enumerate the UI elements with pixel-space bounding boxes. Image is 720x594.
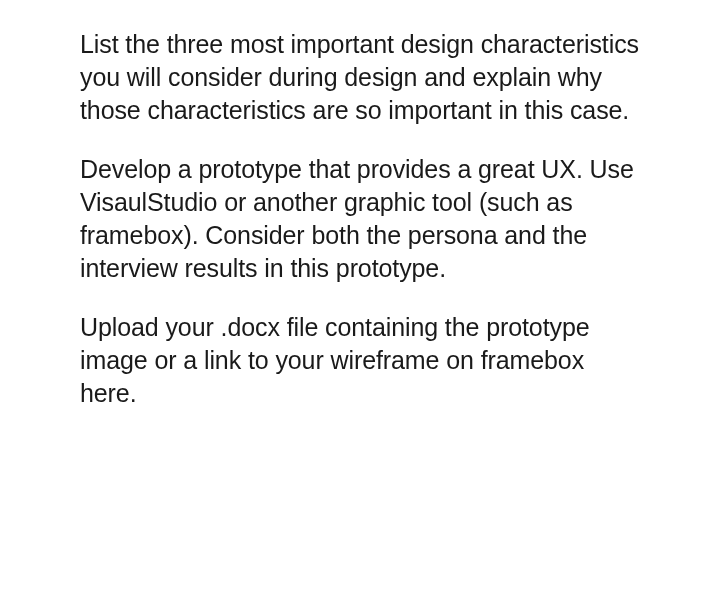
instruction-paragraph-2: Develop a prototype that provides a grea… (80, 153, 640, 285)
instruction-paragraph-3: Upload your .docx file containing the pr… (80, 311, 640, 410)
instruction-paragraph-1: List the three most important design cha… (80, 28, 640, 127)
